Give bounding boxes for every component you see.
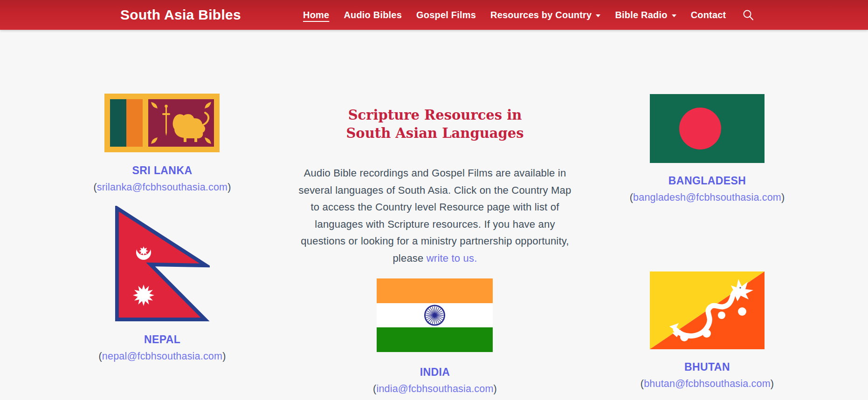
- india-flag[interactable]: [377, 278, 493, 352]
- nav-home-label: Home: [303, 10, 329, 20]
- nav-bible-radio-label: Bible Radio: [615, 10, 667, 20]
- email-link-sri-lanka[interactable]: srilanka@fcbhsouthasia.com: [97, 182, 227, 193]
- email-link-nepal[interactable]: nepal@fcbhsouthasia.com: [102, 351, 222, 362]
- intro-paragraph: Audio Bible recordings and Gospel Films …: [297, 165, 572, 267]
- write-to-us-link[interactable]: write to us.: [427, 252, 477, 264]
- page-title-line2: South Asian Languages: [318, 124, 551, 142]
- search-button[interactable]: [742, 9, 754, 21]
- page-title: Scripture Resources in South Asian Langu…: [318, 106, 551, 142]
- intro-text: Audio Bible recordings and Gospel Films …: [299, 167, 572, 264]
- paren-open: (: [93, 182, 96, 193]
- paren-open: (: [98, 351, 102, 362]
- page: South Asia Bibles Home Audio Bibles Gosp…: [0, 0, 868, 400]
- country-label-india[interactable]: INDIA: [342, 366, 528, 379]
- bhutan-flag[interactable]: [650, 271, 765, 349]
- sri-lanka-flag[interactable]: [104, 94, 220, 152]
- nav-item-audio-bibles[interactable]: Audio Bibles: [344, 10, 402, 20]
- email-link-india[interactable]: india@fcbhsouthasia.com: [376, 383, 493, 394]
- email-link-bhutan[interactable]: bhutan@fcbhsouthasia.com: [644, 378, 771, 389]
- nav-audio-bibles-label: Audio Bibles: [344, 10, 402, 20]
- paren-close: ): [771, 378, 774, 389]
- paren-close: ): [494, 383, 497, 394]
- site-title[interactable]: South Asia Bibles: [120, 0, 241, 30]
- nepal-flag[interactable]: [115, 206, 210, 322]
- nav-item-contact[interactable]: Contact: [691, 10, 726, 20]
- email-row-nepal: (nepal@fcbhsouthasia.com): [55, 351, 269, 362]
- search-icon: [742, 9, 754, 21]
- nav-contact-label: Contact: [691, 10, 726, 20]
- nav-item-gospel-films[interactable]: Gospel Films: [416, 10, 476, 20]
- country-label-bangladesh[interactable]: BANGLADESH: [614, 175, 800, 187]
- nav-gospel-films-label: Gospel Films: [416, 10, 476, 20]
- email-row-sri-lanka: (srilanka@fcbhsouthasia.com): [55, 182, 269, 193]
- nav-item-bible-radio[interactable]: Bible Radio: [615, 10, 676, 20]
- paren-close: ): [781, 192, 785, 203]
- email-row-bhutan: (bhutan@fcbhsouthasia.com): [600, 378, 814, 390]
- paren-open: (: [630, 192, 633, 203]
- email-link-bangladesh[interactable]: bangladesh@fcbhsouthasia.com: [633, 192, 781, 203]
- main-nav: Home Audio Bibles Gospel Films Resources…: [303, 0, 754, 30]
- country-label-sri-lanka[interactable]: SRI LANKA: [69, 164, 255, 177]
- nav-resources-label: Resources by Country: [490, 10, 592, 20]
- bangladesh-flag[interactable]: [650, 94, 765, 163]
- country-label-bhutan[interactable]: BHUTAN: [614, 361, 800, 373]
- chevron-down-icon: [596, 14, 600, 17]
- chevron-down-icon: [672, 14, 676, 17]
- email-row-india: (india@fcbhsouthasia.com): [328, 383, 542, 395]
- top-navbar: South Asia Bibles Home Audio Bibles Gosp…: [0, 0, 868, 30]
- paren-close: ): [222, 351, 226, 362]
- paren-close: ): [227, 182, 231, 193]
- country-label-nepal[interactable]: NEPAL: [69, 333, 255, 346]
- email-row-bangladesh: (bangladesh@fcbhsouthasia.com): [600, 192, 814, 203]
- page-title-line1: Scripture Resources in: [318, 106, 551, 124]
- nav-item-resources-by-country[interactable]: Resources by Country: [490, 10, 600, 20]
- nav-item-home[interactable]: Home: [303, 10, 329, 20]
